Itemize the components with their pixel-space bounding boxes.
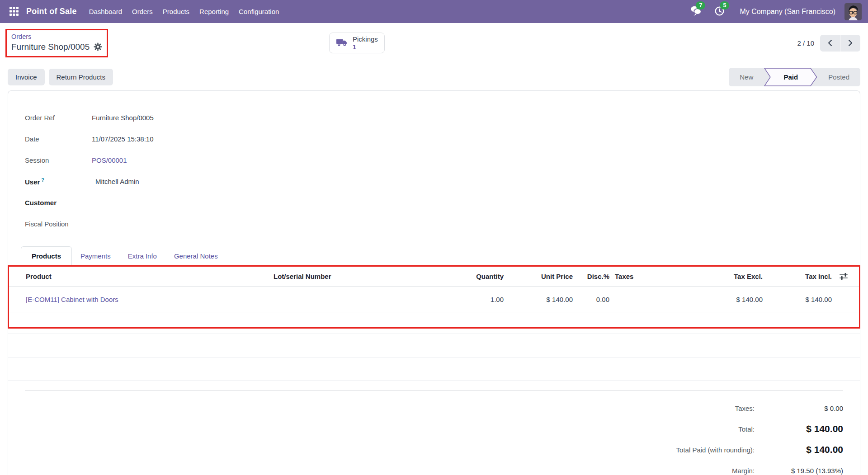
tab-extra-info[interactable]: Extra Info [119,247,165,265]
menu-products[interactable]: Products [158,0,194,23]
total-row: Total: $ 140.00 [25,419,843,439]
activities-count-badge: 5 [720,1,729,9]
activity-clock-icon [714,10,725,18]
pickings-smart-button[interactable]: Pickings 1 [329,33,385,53]
menu-reporting[interactable]: Reporting [194,0,234,23]
tab-products[interactable]: Products [21,246,72,265]
status-step-posted[interactable]: Posted [817,68,860,86]
products-table-header: Product Lot/serial Number Quantity Unit … [9,267,859,287]
messages-count-badge: 7 [696,1,705,9]
col-unit-price[interactable]: Unit Price [504,273,573,280]
notebook-tabs: Products Payments Extra Info General Not… [21,246,860,265]
record-pager: 2 / 10 [797,35,860,52]
invoice-button[interactable]: Invoice [8,69,45,85]
activities-button[interactable]: 5 [714,5,725,18]
col-tax-excl[interactable]: Tax Excl. [724,273,763,280]
field-label: User? [25,177,92,186]
taxes-total-row: Taxes: $ 0.00 [25,398,843,419]
field-value[interactable]: Furniture Shop/0005 [92,114,154,122]
field-label: Session [25,156,92,164]
total-label: Total: [738,425,755,433]
product-name-link[interactable]: [E-COM11] Cabinet with Doors [26,296,274,303]
margin-label: Margin: [732,467,755,475]
breadcrumb-current: Furniture Shop/0005 [11,41,90,53]
apps-grid-icon[interactable] [6,4,22,19]
messages-button[interactable]: 7 [690,5,702,18]
quantity-cell: 1.00 [436,296,504,303]
pos-order-form-page: Point of Sale Dashboard Orders Products … [0,0,868,475]
help-icon[interactable]: ? [41,177,44,183]
pager-next-button[interactable] [840,35,860,52]
empty-list-row [8,334,860,358]
action-bar: Invoice Return Products New Paid Posted [0,63,868,90]
margin-value: $ 19.50 (13.93%) [755,467,843,475]
field-value[interactable]: Mitchell Admin [95,178,139,185]
products-table-annotation-box: Product Lot/serial Number Quantity Unit … [8,265,860,329]
tax-excl-cell: $ 140.00 [724,296,763,303]
field-label: Order Ref [25,114,92,122]
field-customer: Customer [8,192,860,213]
field-label: Fiscal Position [25,220,92,228]
total-paid-label: Total Paid (with rounding): [676,446,755,454]
status-step-paid[interactable]: Paid [764,68,817,86]
user-avatar[interactable] [844,3,862,20]
tax-incl-cell: $ 140.00 [763,296,832,303]
margin-row: Margin: $ 19.50 (13.93%) [25,460,843,475]
col-lot-serial[interactable]: Lot/serial Number [274,273,436,280]
col-taxes[interactable]: Taxes [609,273,724,280]
menu-orders[interactable]: Orders [127,0,158,23]
taxes-label: Taxes: [735,404,755,412]
total-value: $ 140.00 [755,423,843,434]
total-paid-value: $ 140.00 [755,444,843,455]
breadcrumb: Furniture Shop/0005 [11,41,102,53]
col-disc[interactable]: Disc.% [573,273,609,280]
app-title[interactable]: Point of Sale [26,7,77,16]
breadcrumb-annotation-box: Orders Furniture Shop/0005 [5,29,108,57]
status-step-new[interactable]: New [729,68,764,86]
order-totals: Taxes: $ 0.00 Total: $ 140.00 Total Paid… [25,390,843,475]
form-sheet: Order Ref Furniture Shop/0005 Date 11/07… [8,90,860,475]
session-link[interactable]: POS/00001 [92,156,127,164]
breadcrumb-parent-link[interactable]: Orders [11,32,102,41]
pager-previous-button[interactable] [820,35,840,52]
field-date: Date 11/07/2025 15:38:10 [8,128,860,150]
empty-list-area [9,312,859,327]
table-row[interactable]: [E-COM11] Cabinet with Doors 1.00 $ 140.… [9,287,859,312]
pickings-label: Pickings [353,35,378,43]
empty-list-row [8,329,860,334]
control-panel: Orders Furniture Shop/0005 [0,23,868,63]
menu-configuration[interactable]: Configuration [234,0,284,23]
optional-columns-icon[interactable] [832,273,852,280]
col-tax-incl[interactable]: Tax Incl. [763,273,832,280]
field-order-ref: Order Ref Furniture Shop/0005 [8,107,860,128]
statusbar: New Paid Posted [729,68,860,86]
field-label: Date [25,135,92,143]
truck-icon [336,38,348,49]
gear-icon[interactable] [94,42,102,51]
navbar-systray: 7 5 My Company (San Francisco) [690,3,862,20]
menu-dashboard[interactable]: Dashboard [84,0,127,23]
empty-list-row [8,358,860,381]
pickings-count: 1 [353,43,356,51]
field-fiscal-position: Fiscal Position [8,213,860,235]
disc-cell: 0.00 [573,296,609,303]
col-product[interactable]: Product [26,273,274,280]
field-session: Session POS/00001 [8,150,860,171]
top-navbar: Point of Sale Dashboard Orders Products … [0,0,868,23]
chat-bubbles-icon [690,10,702,18]
taxes-value: $ 0.00 [755,404,843,412]
tab-general-notes[interactable]: General Notes [165,247,226,265]
company-switcher[interactable]: My Company (San Francisco) [740,8,835,16]
field-label: Customer [25,199,92,207]
main-menu: Dashboard Orders Products Reporting Conf… [84,0,284,23]
pager-value: 2 / 10 [797,39,814,47]
total-paid-row: Total Paid (with rounding): $ 140.00 [25,439,843,460]
unit-price-cell: $ 140.00 [504,296,573,303]
return-products-button[interactable]: Return Products [49,69,113,85]
tab-payments[interactable]: Payments [72,247,119,265]
col-quantity[interactable]: Quantity [436,273,504,280]
field-user: User? Mitchell Admin [8,171,860,192]
field-value[interactable]: 11/07/2025 15:38:10 [92,135,154,143]
pickings-text: Pickings 1 [353,35,378,51]
